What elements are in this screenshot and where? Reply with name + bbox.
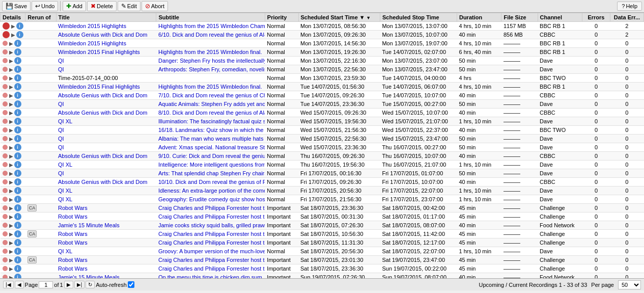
cell-title[interactable]: Jamie's 15 Minute Meals xyxy=(56,273,156,279)
col-scheduled-stop[interactable]: Scheduled Stop Time xyxy=(380,13,457,22)
table-row[interactable]: ▶iJamie's 15 Minute MealsJamie cooks sti… xyxy=(1,221,644,230)
record-icon[interactable] xyxy=(3,41,8,46)
cell-title[interactable]: QI xyxy=(56,143,156,152)
record-icon[interactable] xyxy=(3,240,8,245)
title-link[interactable]: Jamie's 15 Minute Meals xyxy=(58,222,120,228)
title-link[interactable]: QI XL xyxy=(58,248,72,254)
refresh-button[interactable]: ↻ xyxy=(86,281,95,288)
table-row[interactable]: ▶iQI XLGeography: Erudite comedy quiz sh… xyxy=(1,195,644,204)
title-link[interactable]: QI XL xyxy=(58,196,72,202)
info-icon[interactable]: i xyxy=(14,40,21,47)
table-row[interactable]: ▶iQIAdvent: Xmas special. National treas… xyxy=(1,143,644,152)
title-link[interactable]: QI xyxy=(58,66,64,72)
perpage-select[interactable]: 50 100 25 xyxy=(618,280,641,289)
record-icon[interactable] xyxy=(3,171,8,176)
record-icon[interactable] xyxy=(3,275,8,278)
title-link[interactable]: Robot Wars xyxy=(58,265,88,272)
table-row[interactable]: ▶iQI XLIdleness: An extra-large portion … xyxy=(1,187,644,195)
col-priority[interactable]: Priority xyxy=(265,13,298,22)
info-icon[interactable]: i xyxy=(14,66,21,73)
col-duration[interactable]: Duration xyxy=(457,13,501,22)
info-icon[interactable]: i xyxy=(14,74,21,82)
title-link[interactable]: Wimbledon 2015 Highlights xyxy=(58,23,126,29)
col-channel[interactable]: Channel xyxy=(538,13,582,22)
info-icon[interactable]: i xyxy=(14,144,21,151)
autorefresh-checkbox[interactable] xyxy=(128,281,134,288)
cell-title[interactable]: QI xyxy=(56,100,156,109)
record-icon[interactable] xyxy=(3,49,8,55)
title-link[interactable]: QI XL xyxy=(58,162,72,168)
cell-title[interactable]: QI XL xyxy=(56,117,156,126)
col-filesize[interactable]: File Size xyxy=(501,13,538,22)
record-icon[interactable] xyxy=(3,101,8,106)
info-icon[interactable]: i xyxy=(16,22,23,30)
cell-title[interactable]: Jamie's 15 Minute Meals xyxy=(56,221,156,230)
record-icon[interactable] xyxy=(3,162,8,167)
info-icon[interactable]: i xyxy=(14,204,21,211)
info-icon[interactable]: i xyxy=(14,92,21,99)
title-link[interactable]: Wimbledon 2015 Final Highlights xyxy=(58,49,140,55)
title-link[interactable]: Absolute Genius with Dick and Dom xyxy=(58,153,147,159)
info-icon[interactable]: i xyxy=(16,31,23,38)
title-link[interactable]: QI xyxy=(58,58,64,64)
info-icon[interactable]: i xyxy=(14,83,21,90)
abort-button[interactable]: ⊘ Abort xyxy=(142,1,168,11)
title-link[interactable]: Wimbledon 2015 Highlights xyxy=(58,40,126,46)
info-icon[interactable]: i xyxy=(14,100,21,108)
add-button[interactable]: ✚ Add xyxy=(63,1,86,11)
cell-title[interactable]: Robot Wars xyxy=(56,212,156,221)
info-icon[interactable]: i xyxy=(14,48,21,56)
title-link[interactable]: Absolute Genius with Dick and Dom xyxy=(58,92,147,98)
info-icon[interactable]: i xyxy=(14,222,21,229)
cell-title[interactable]: Robot Wars xyxy=(56,264,156,273)
col-rerun[interactable]: Rerun of xyxy=(25,13,56,22)
title-link[interactable]: Robot Wars xyxy=(58,231,88,237)
record-icon[interactable] xyxy=(3,119,8,124)
info-icon[interactable]: i xyxy=(14,118,21,125)
table-row[interactable]: ▶iAbsolute Genius with Dick and Dom7/10.… xyxy=(1,91,644,100)
table-row[interactable]: ▶iAbsolute Genius with Dick and Dom8/10.… xyxy=(1,109,644,117)
table-row[interactable]: ▶iRobot WarsCraig Charles and Philippa F… xyxy=(1,212,644,221)
table-row[interactable]: ▶iCARobot WarsCraig Charles and Philippa… xyxy=(1,204,644,212)
record-icon[interactable] xyxy=(3,67,8,72)
cell-title[interactable]: Absolute Genius with Dick and Dom xyxy=(56,178,156,187)
record-icon[interactable] xyxy=(3,145,8,150)
record-icon[interactable] xyxy=(3,153,8,158)
cell-title[interactable]: QI xyxy=(56,65,156,74)
cell-title[interactable]: QI XL xyxy=(56,187,156,195)
save-button[interactable]: 💾 Save xyxy=(2,1,31,11)
cell-title[interactable]: Absolute Genius with Dick and Dom xyxy=(56,152,156,161)
record-icon[interactable] xyxy=(3,31,10,38)
table-row[interactable]: ▶iWimbledon 2015 Final HighlightsHighlig… xyxy=(1,48,644,57)
table-row[interactable]: ▶iCARobot WarsCraig Charles and Philippa… xyxy=(1,230,644,238)
cell-title[interactable]: Time-2015-07-14_00:00 xyxy=(56,74,156,83)
info-icon[interactable]: i xyxy=(14,126,21,134)
col-subtitle[interactable]: Subtitle xyxy=(156,13,265,22)
delete-button[interactable]: ✖ Delete xyxy=(87,1,117,11)
cell-title[interactable]: Absolute Genius with Dick and Dom xyxy=(56,31,156,39)
table-row[interactable]: ▶iWimbledon 2015 HighlightsNormalMon 13/… xyxy=(1,39,644,48)
title-link[interactable]: Robot Wars xyxy=(58,239,88,246)
title-link[interactable]: QI xyxy=(58,127,64,133)
cell-title[interactable]: Robot Wars xyxy=(56,256,156,264)
col-scheduled-start[interactable]: Scheduled Start Time ▼ xyxy=(298,13,380,22)
info-icon[interactable]: i xyxy=(14,178,21,185)
cell-title[interactable]: Robot Wars xyxy=(56,230,156,238)
record-icon[interactable] xyxy=(3,197,8,202)
info-icon[interactable]: i xyxy=(14,274,21,278)
col-errors[interactable]: Errors xyxy=(582,13,610,22)
info-icon[interactable]: i xyxy=(14,239,21,246)
info-icon[interactable]: i xyxy=(14,230,21,237)
info-icon[interactable]: i xyxy=(14,187,21,194)
edit-button[interactable]: ✎ Edit xyxy=(118,1,141,11)
cell-title[interactable]: QI XL xyxy=(56,195,156,204)
info-icon[interactable]: i xyxy=(14,152,21,159)
table-row[interactable]: ▶iAbsolute Genius with Dick and Dom9/10.… xyxy=(1,152,644,161)
table-row[interactable]: ▶iQIArthropods: Stephen Fry, comedian, n… xyxy=(1,65,644,74)
col-dataerr[interactable]: Data Err... xyxy=(610,13,643,22)
undo-button[interactable]: ↩ Undo xyxy=(32,1,58,11)
cell-title[interactable]: QI xyxy=(56,57,156,65)
col-title[interactable]: Title xyxy=(56,13,156,22)
title-link[interactable]: QI xyxy=(58,144,64,150)
table-row[interactable]: ▶iQI XLGroovy: A bumper version of the m… xyxy=(1,247,644,256)
